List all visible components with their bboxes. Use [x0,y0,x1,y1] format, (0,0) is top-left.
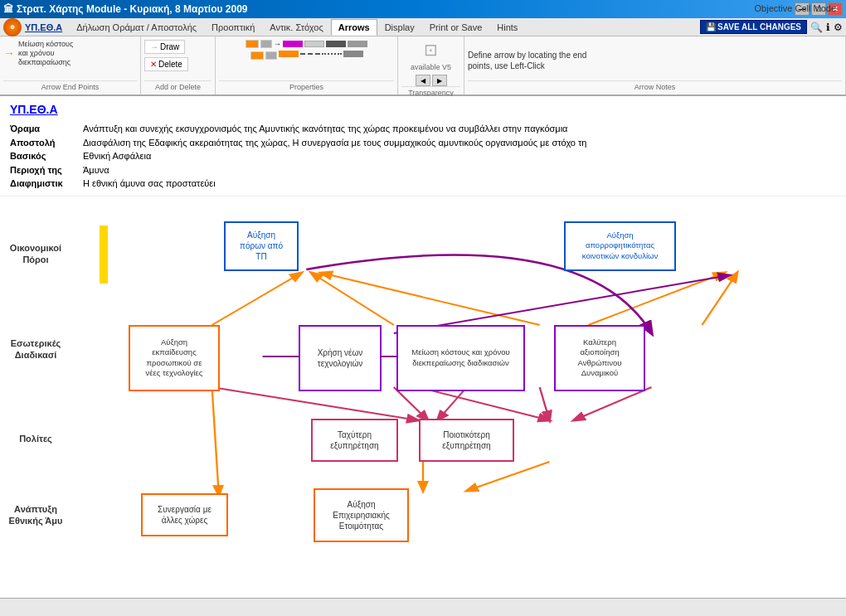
info-row-orama: Όραμα Ανάπτυξη και συνεχής εκσυγχρονισμό… [10,122,836,136]
label-periochi: Περιοχή της [10,163,76,177]
arrow-endpoint-preview: → Μείωση κόστουςκαι χρόνουδιεκπαιραίωσης [3,40,73,66]
dash-styles [279,51,363,60]
layer-oikonomikoi: ΟικονομικοίΠόροι [7,242,65,266]
ribbon-section-arrow-notes: Define arrow by locating the end points,… [464,36,846,95]
delete-icon: ✕ [150,60,157,69]
value-orama: Ανάπτυξη και συνεχής εκσυγχρονισμός της … [83,122,836,136]
dash-2[interactable] [300,53,320,60]
arrow-notes-text: Define arrow by locating the end points,… [468,50,600,71]
box-meivsi-kostous[interactable]: Μείωση κόστους και χρόνουδιεκπεραίωσης δ… [396,325,525,391]
logo: ⊕ [3,18,22,36]
layer-esoterikies: ΕσωτερικέςΔιαδικασί [7,337,65,361]
info-icon[interactable]: ℹ [826,22,830,33]
ribbon: → Μείωση κόστουςκαι χρόνουδιεκπαιραίωσης… [0,36,846,96]
top-bar: ⊕ ΥΠ.ΕΘ.Α Δήλωση Οράματ / Αποστολής Προο… [0,18,846,36]
org-label[interactable]: ΥΠ.ΕΘ.Α [25,22,62,32]
style-picker-2[interactable] [265,51,277,60]
value-periochi: Άμυνα [83,163,836,177]
org-title[interactable]: ΥΠ.ΕΘ.Α [10,101,836,119]
trans-left[interactable]: ◀ [416,75,430,86]
mode-indicator: Objective Cell Mode [751,2,839,15]
dash-3[interactable] [322,53,342,60]
info-row-diafimistik: Διαφημιστικ Η εθνική άμυνα σας προστατεύ… [10,177,836,191]
layer-polites: Πολίτες [7,433,65,444]
box-augisi-epix[interactable]: ΑύξησηΕπιχειρησιακήςΕτοιμότητας [314,488,409,542]
menu-item-display[interactable]: Display [377,19,422,36]
transparency-controls: ◀ ▶ [416,75,447,86]
delete-button[interactable]: ✕ Delete [144,57,188,71]
line-colors [283,41,367,47]
info-row-vasikos: Βασικός Εθνική Ασφάλεια [10,149,836,163]
arrow-endpoints-label: Arrow End Points [3,80,137,91]
color-gray[interactable] [304,41,324,47]
value-diafimistik: Η εθνική άμυνα σας προστατεύει [83,177,836,191]
yellow-indicator-bar [100,226,108,284]
value-vasikos: Εθνική Ασφάλεια [83,149,836,163]
color-picker-orange[interactable] [246,40,259,48]
arrow-notes-label: Arrow Notes [468,80,842,91]
dash-1[interactable] [279,51,299,57]
label-vasikos: Βασικός [10,149,76,163]
add-delete-label: Add or Delete [144,80,212,91]
ribbon-section-transparency: ⊡ available V5 ◀ ▶ Transparency [398,36,464,95]
menu-item-prospective[interactable]: Προοπτική [204,19,262,36]
draw-label: Draw [160,42,179,51]
arrow-description: Μείωση κόστουςκαι χρόνουδιεκπαιραίωσης [18,40,73,66]
draw-button[interactable]: → Draw [144,40,185,54]
strategy-map: ΟικονομικοίΠόροι ΕσωτερικέςΔιαδικασί Πολ… [0,196,846,545]
transparency-icon: ⊡ [424,40,438,60]
info-row-periochi: Περιοχή της Άμυνα [10,163,836,177]
box-augisi-ekpaid[interactable]: Αύξησηεκπαίδευσηςπροσωπικού σενέες τεχνο… [129,325,220,391]
box-augisi-poron[interactable]: Αύξησηπόρων απόΤΠ [224,221,299,271]
menu-item-print-save[interactable]: Print or Save [422,19,490,36]
box-synerg[interactable]: Συνεργασία μεάλλες χώρες [141,493,228,536]
save-all-changes-button[interactable]: 💾 SAVE ALL CHANGES [700,20,807,34]
delete-label: Delete [158,60,182,69]
menu-item-objective[interactable]: Αντικ. Στόχος [262,19,330,36]
menu-bar-right: 💾 SAVE ALL CHANGES 🔍 ℹ ⚙ [700,20,843,34]
ribbon-section-properties: → Properties [216,36,398,95]
ribbon-section-add-delete: → Draw ✕ Delete Add or Delete [141,36,216,95]
box-kalyteri-axio[interactable]: ΚαλύτερηαξιοποίησηΑνθρώπινουΔυναμικού [554,325,645,391]
save-label: SAVE ALL CHANGES [717,22,801,32]
box-augisi-aporr[interactable]: Αύξησηαπορροφητικότηταςκοινοτικών κονδυλ… [564,221,676,271]
menu-item-arrows[interactable]: Arrows [331,19,377,36]
properties-label: Properties [219,80,394,91]
search-icon[interactable]: 🔍 [810,22,823,33]
color-picker-orange-2[interactable] [250,51,264,60]
color-mid[interactable] [348,41,367,47]
draw-icon: → [150,42,158,51]
label-diafimistik: Διαφημιστικ [10,177,76,191]
line-style-row-2 [250,51,363,60]
info-section: ΥΠ.ΕΘ.Α Όραμα Ανάπτυξη και συνεχής εκσυγ… [0,96,846,196]
box-taxiteri[interactable]: Ταχύτερηεξυπηρέτηση [311,419,398,462]
ribbon-section-arrow-endpoints: → Μείωση κόστουςκαι χρόνουδιεκπαιραίωσης… [0,36,141,95]
menu-item-hints[interactable]: Hints [489,19,525,36]
label-orama: Όραμα [10,122,76,136]
title-bar-left: 🏛 Στρατ. Χάρτης Module - Κυριακή, 8 Μαρτ… [3,3,248,15]
color-purple[interactable] [283,41,303,47]
box-chrisi-neon[interactable]: Χρήση νέωντεχνολογιών [299,325,382,391]
app-icon: 🏛 [3,3,13,15]
style-picker-1[interactable] [260,40,272,48]
dash-4[interactable] [343,51,363,57]
trans-right[interactable]: ▶ [432,75,447,86]
label-apostoli: Αποστολή [10,136,76,150]
color-dark[interactable] [326,41,346,47]
title-bar: 🏛 Στρατ. Χάρτης Module - Κυριακή, 8 Μαρτ… [0,0,846,18]
box-poiotikot[interactable]: Ποιοτικότερηεξυπηρέτηση [419,419,514,462]
info-row-apostoli: Αποστολή Διασφάλιση της Εδαφικής ακεραιό… [10,136,836,150]
settings-icon[interactable]: ⚙ [834,22,843,33]
window-title: Στρατ. Χάρτης Module - Κυριακή, 8 Μαρτίο… [17,3,248,15]
arrow-style-icon[interactable]: → [274,40,281,48]
menu-item-vision[interactable]: Δήλωση Οράματ / Αποστολής [69,19,204,36]
save-icon: 💾 [706,22,716,32]
status-bar [0,598,846,616]
layer-anaptyxi: ΑνάπτυξηΕθνικής Άμυ [7,503,65,527]
arrow-right-icon: → [3,46,15,60]
value-apostoli: Διασφάλιση της Εδαφικής ακεραιότητας της… [83,136,836,150]
content-area: ΥΠ.ΕΘ.Α Όραμα Ανάπτυξη και συνεχής εκσυγ… [0,96,846,598]
line-style-row-1: → [246,40,367,48]
menu-bar: Δήλωση Οράματ / Αποστολής Προοπτική Αντι… [69,18,525,36]
available-v5-label: available V5 [411,63,451,71]
